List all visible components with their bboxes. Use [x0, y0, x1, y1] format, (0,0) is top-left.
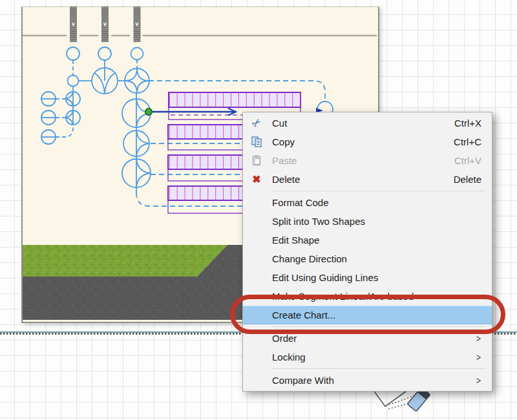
menu-item-label: Copy — [272, 136, 454, 147]
menu-item-label: Cut — [272, 118, 454, 129]
road-marker-bars[interactable]: v v v — [70, 6, 141, 42]
menu-item-shortcut: Delete — [454, 174, 481, 185]
symbol-arc-down — [92, 68, 118, 94]
menu-item-split-into-two-shapes[interactable]: Split into Two Shapes — [243, 212, 492, 231]
symbol-closed-circle — [41, 92, 56, 144]
menu-item-label: Format Code — [272, 197, 481, 208]
menu-item-label: Paste — [272, 155, 454, 166]
red-highlight-annotation — [230, 295, 505, 334]
delete-x-icon: ✖ — [248, 173, 265, 186]
copy-icon — [248, 136, 265, 149]
menu-item-copy[interactable]: Copy Ctrl+C — [243, 132, 492, 151]
menu-separator — [272, 191, 485, 191]
menu-item-compare-with[interactable]: Compare With > — [243, 371, 492, 390]
menu-item-label: Order — [272, 333, 476, 344]
marker-label: v — [135, 21, 138, 27]
marker-label: v — [72, 21, 75, 27]
menu-item-cut[interactable]: ✂ Cut Ctrl+X — [243, 114, 492, 132]
menu-item-delete[interactable]: ✖ Delete Delete — [243, 170, 492, 189]
menu-item-label: Delete — [272, 174, 454, 185]
application-viewport: v v v — [0, 0, 517, 420]
menu-item-edit-shape[interactable]: Edit Shape — [243, 231, 492, 249]
menu-item-label: Locking — [272, 352, 476, 362]
submenu-arrow-icon: > — [476, 352, 481, 362]
menu-item-shortcut: Ctrl+C — [454, 136, 481, 147]
context-menu: ✂ Cut Ctrl+X Copy Ctrl+C — [242, 112, 492, 392]
clipboard-icon — [248, 154, 265, 167]
menu-item-format-code[interactable]: Format Code — [243, 193, 492, 212]
path-start-point — [145, 109, 152, 115]
submenu-arrow-icon: > — [476, 375, 481, 386]
menu-item-label: Change Direction — [272, 253, 481, 264]
submenu-arrow-icon: > — [476, 333, 481, 344]
menu-item-shortcut: Ctrl+V — [454, 155, 481, 166]
marker-label: v — [103, 21, 107, 27]
menu-item-label: Compare With — [272, 375, 476, 386]
menu-item-locking[interactable]: Locking > — [243, 348, 492, 366]
menu-item-change-direction[interactable]: Change Direction — [243, 249, 492, 268]
menu-separator — [272, 368, 485, 369]
menu-item-label: Edit Shape — [272, 235, 481, 246]
menu-item-paste[interactable]: Paste Ctrl+V — [243, 151, 492, 170]
menu-item-edit-using-guiding-lines[interactable]: Edit Using Guiding Lines — [243, 268, 492, 287]
grass-area[interactable] — [23, 245, 227, 277]
menu-item-label: Split into Two Shapes — [272, 216, 481, 227]
symbol-four-point-star — [125, 68, 149, 93]
menu-item-label: Edit Using Guiding Lines — [272, 272, 481, 283]
scissors-icon: ✂ — [248, 117, 265, 130]
menu-item-shortcut: Ctrl+X — [454, 118, 481, 129]
